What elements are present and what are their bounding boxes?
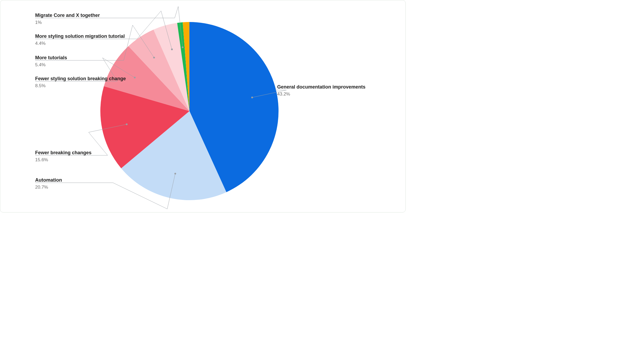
slice-percent: 43.2%: [277, 91, 290, 97]
pie-chart: General documentation improvements43.2%A…: [0, 0, 406, 213]
slice-label: Fewer styling solution breaking change: [35, 76, 126, 81]
slice-percent: 15.6%: [35, 157, 48, 162]
slice-label: Fewer breaking changes: [35, 150, 92, 155]
slice-label: General documentation improvements: [277, 84, 365, 90]
slice-label: More styling solution migration tutorial: [35, 34, 125, 39]
slice-percent: 20.7%: [35, 185, 48, 190]
slice-percent: 5.4%: [35, 62, 46, 67]
slice-label: Automation: [35, 177, 62, 183]
slice-label: More tutorials: [35, 55, 67, 60]
slice-percent: 1%: [35, 20, 42, 25]
slice-percent: 8.5%: [35, 83, 46, 88]
chart-card: General documentation improvements43.2%A…: [0, 0, 406, 213]
slice-percent: 4.4%: [35, 41, 46, 46]
slice-label: Migrate Core and X together: [35, 13, 100, 18]
